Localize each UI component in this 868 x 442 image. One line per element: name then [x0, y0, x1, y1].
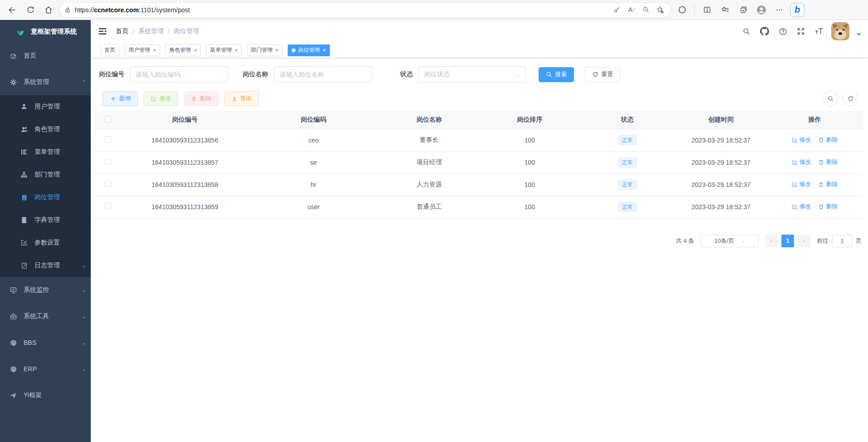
tab-home[interactable]: 首页 — [100, 44, 119, 56]
refresh-table-button[interactable] — [843, 91, 858, 106]
home-button[interactable] — [41, 2, 56, 18]
prev-page-button[interactable]: ‹ — [765, 235, 778, 247]
menu-fold-button[interactable] — [98, 26, 108, 36]
reset-button[interactable]: 重置 — [585, 67, 620, 82]
close-icon[interactable]: × — [275, 47, 279, 54]
sidebar-item-parameters[interactable]: 参数设置 — [0, 231, 91, 254]
fullscreen-button[interactable] — [795, 25, 807, 37]
back-button[interactable] — [5, 2, 20, 18]
col-post-id: 岗位编号 — [120, 111, 250, 129]
caret-down-icon[interactable] — [857, 33, 861, 36]
status-select[interactable]: 岗位状态 ⌄ — [418, 66, 526, 83]
breadcrumb-current: 岗位管理 — [174, 27, 199, 35]
tab-departments[interactable]: 部门管理× — [247, 44, 283, 56]
add-button[interactable]: 新增 — [103, 91, 138, 106]
cell-post-code: ceo — [250, 129, 378, 151]
page-number-current[interactable]: 1 — [781, 235, 794, 247]
next-page-button[interactable]: › — [798, 235, 810, 247]
tab-roles[interactable]: 角色管理× — [165, 44, 201, 56]
bing-chat-button[interactable]: b — [790, 3, 804, 17]
page-size-select[interactable]: 10条/页 ⌄ — [701, 235, 759, 247]
goto-page-input[interactable] — [832, 235, 852, 247]
read-aloud-button[interactable] — [625, 4, 638, 16]
sidebar-item-bbs[interactable]: BBS ⌄ — [0, 329, 91, 356]
search-icon — [742, 27, 750, 35]
pagination: 共 4 条 10条/页 ⌄ ‹ 1 › 前往 页 — [95, 235, 862, 247]
row-delete-button[interactable]: 删除 — [818, 180, 838, 188]
sidebar-item-system[interactable]: 系统管理 ⌃ — [0, 69, 91, 95]
tab-menus[interactable]: 菜单管理× — [206, 44, 242, 56]
sidebar-item-tools[interactable]: 系统工具 ⌄ — [0, 303, 91, 329]
more-menu-button[interactable] — [772, 2, 787, 18]
post-name-input[interactable] — [274, 66, 372, 83]
sidebar-item-departments[interactable]: 部门管理 — [0, 163, 91, 186]
users-icon — [20, 126, 28, 133]
password-key-button[interactable] — [610, 4, 623, 16]
profile-button[interactable] — [754, 2, 769, 18]
row-edit-button[interactable]: 修改 — [792, 158, 811, 166]
tab-users[interactable]: 用户管理× — [124, 44, 160, 56]
zoom-out-button[interactable] — [639, 4, 652, 16]
sidebar-item-users[interactable]: 用户管理 — [0, 95, 91, 118]
extensions-button[interactable] — [674, 2, 690, 18]
goto-page-suffix: 页 — [856, 237, 862, 245]
show-search-toggle-button[interactable] — [823, 91, 838, 106]
github-button[interactable] — [759, 25, 770, 37]
row-edit-button[interactable]: 修改 — [792, 180, 811, 188]
breadcrumb-home[interactable]: 首页 — [116, 27, 128, 35]
close-icon[interactable]: × — [235, 47, 238, 54]
sidebar-item-posts[interactable]: 岗位管理 — [0, 186, 91, 209]
table-row: 1641030593112313859 user 普通员工 100 正常 202… — [95, 196, 863, 218]
status-select-placeholder: 岗位状态 — [424, 70, 450, 79]
help-button[interactable] — [777, 25, 789, 37]
sidebar-item-roles[interactable]: 角色管理 — [0, 118, 91, 141]
sidebar-item-home[interactable]: 首页 — [0, 43, 91, 69]
avatar[interactable] — [831, 22, 849, 40]
browser-toolbar: https://ccnetcore.com:1101/system/post — [0, 0, 868, 20]
row-checkbox[interactable] — [105, 136, 111, 142]
avatar-dog-image — [831, 22, 849, 40]
row-delete-button[interactable]: 删除 — [818, 202, 838, 211]
sidebar-item-yi-framework[interactable]: Yi框架 — [0, 382, 91, 408]
row-edit-button[interactable]: 修改 — [792, 136, 811, 144]
export-button[interactable]: 导出 — [224, 91, 259, 106]
row-edit-button[interactable]: 修改 — [792, 202, 811, 211]
delete-button[interactable]: 删除 — [184, 91, 219, 106]
sidebar-item-monitor[interactable]: 系统监控 ⌄ — [0, 277, 91, 303]
row-delete-button[interactable]: 删除 — [818, 158, 838, 166]
total-count: 共 4 条 — [676, 237, 694, 245]
cell-post-sort: 100 — [481, 129, 579, 151]
split-screen-button[interactable] — [699, 2, 715, 18]
sidebar-item-logs[interactable]: 日志管理 ⌄ — [0, 254, 91, 277]
row-delete-button[interactable]: 删除 — [818, 136, 838, 144]
post-code-input[interactable] — [130, 66, 228, 83]
chevron-down-icon: ⌄ — [515, 71, 520, 78]
row-checkbox[interactable] — [105, 181, 111, 187]
sidebar-item-dictionary[interactable]: 字典管理 — [0, 209, 91, 231]
row-checkbox[interactable] — [105, 203, 111, 209]
tags-view: 首页 用户管理× 角色管理× 菜单管理× 部门管理× 岗位管理× — [91, 43, 868, 58]
refresh-button[interactable] — [23, 2, 38, 18]
logo[interactable]: 意框架管理系统 — [0, 20, 91, 43]
cell-post-code: user — [250, 196, 378, 218]
close-icon[interactable]: × — [153, 47, 156, 54]
tab-posts[interactable]: 岗位管理× — [288, 44, 330, 56]
select-all-checkbox[interactable] — [105, 116, 111, 122]
close-icon[interactable]: × — [194, 47, 197, 54]
font-size-button[interactable] — [813, 25, 825, 37]
favorites-bar-button[interactable] — [717, 2, 733, 18]
back-icon — [8, 5, 17, 15]
sidebar-item-erp[interactable]: ERP ⌄ — [0, 356, 91, 382]
edit-button[interactable]: 修改 — [143, 91, 178, 106]
book-icon — [20, 216, 28, 224]
search-button[interactable]: 搜索 — [539, 67, 574, 82]
sidebar-item-menus[interactable]: 菜单管理 — [0, 141, 91, 163]
paper-plane-icon — [9, 392, 17, 399]
row-checkbox[interactable] — [105, 158, 111, 165]
trash-icon — [818, 204, 824, 210]
close-icon[interactable]: × — [323, 47, 326, 54]
favorite-add-button[interactable] — [654, 4, 667, 16]
collections-button[interactable] — [736, 2, 751, 18]
address-bar[interactable]: https://ccnetcore.com:1101/system/post — [59, 2, 672, 18]
header-search-button[interactable] — [740, 25, 752, 37]
